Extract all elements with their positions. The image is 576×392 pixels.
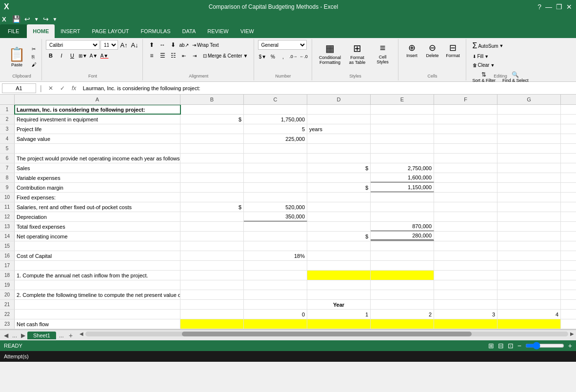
cell-e7[interactable]: 2,750,000 (371, 163, 434, 173)
cell-f9[interactable] (434, 183, 497, 192)
cell-a15[interactable] (15, 241, 180, 251)
cell-f13[interactable] (434, 222, 497, 231)
cell-a11[interactable]: Salaries, rent and other fixed out-of po… (15, 202, 180, 212)
cell-a13[interactable]: Total fixed expenses (15, 222, 180, 231)
row-number[interactable]: 9 (0, 183, 15, 192)
redo-quick-btn[interactable]: ↪ (42, 14, 50, 24)
row-number[interactable]: 2 (0, 115, 15, 124)
cell-f20[interactable] (434, 290, 497, 299)
bold-button[interactable]: B (46, 51, 56, 60)
cell-b15[interactable] (180, 241, 244, 251)
merge-center-button[interactable]: ⊡ Merge & Center ▼ (200, 51, 251, 60)
cell-b14[interactable] (180, 232, 244, 241)
insert-cells-button[interactable]: ⊕ Insert (402, 40, 422, 60)
cell-a16[interactable]: Cost of Capital (15, 251, 180, 260)
cell-b9[interactable] (180, 183, 244, 192)
cell-c12[interactable]: 350,000 (244, 212, 307, 221)
cell-c5[interactable] (244, 144, 307, 153)
cell-d4[interactable] (307, 134, 371, 143)
cell-a7[interactable]: Sales (15, 163, 180, 173)
restore-button[interactable]: ❐ (556, 3, 562, 11)
cell-b3[interactable] (180, 124, 244, 134)
scroll-right-arrow[interactable]: ▶ (570, 331, 574, 336)
orient-button[interactable]: ab↗ (179, 40, 189, 50)
cell-c17[interactable] (244, 261, 307, 270)
cell-b12[interactable] (180, 212, 244, 221)
row-number[interactable]: 6 (0, 154, 15, 163)
cell-d9[interactable]: $ (307, 183, 371, 192)
format-as-table-button[interactable]: ⊞ Format as Table (345, 40, 370, 67)
cell-d18[interactable] (307, 271, 371, 280)
close-button[interactable]: ✕ (566, 3, 572, 11)
cell-e17[interactable] (371, 261, 434, 270)
cell-b22[interactable] (180, 310, 244, 319)
cell-g13[interactable] (497, 222, 561, 231)
bottom-align-button[interactable]: ⬇ (168, 40, 178, 50)
cell-d10[interactable] (307, 193, 371, 202)
cell-c18[interactable] (244, 271, 307, 280)
cell-d13[interactable] (307, 222, 371, 231)
cell-c1[interactable] (244, 105, 307, 114)
right-align-button[interactable]: ☷ (168, 51, 178, 60)
tab-review[interactable]: REVIEW (201, 24, 234, 38)
cell-d14[interactable]: $ (307, 232, 371, 241)
row-number[interactable]: 13 (0, 222, 15, 231)
cell-e19[interactable] (371, 280, 434, 290)
help-button[interactable]: ? (537, 3, 541, 11)
cell-g6[interactable] (497, 154, 561, 163)
cell-f22[interactable]: 3 (434, 310, 497, 319)
cell-d7[interactable]: $ (307, 163, 371, 173)
cell-g4[interactable] (497, 134, 561, 143)
cell-g2[interactable] (497, 115, 561, 124)
cell-d11[interactable] (307, 202, 371, 212)
paste-button[interactable]: 📋 Paste (5, 40, 29, 74)
copy-button[interactable]: ⎘ (30, 53, 39, 60)
cell-a23[interactable]: Net cash flow (15, 319, 180, 329)
cell-f14[interactable] (434, 232, 497, 241)
cell-g17[interactable] (497, 261, 561, 270)
cell-e22[interactable]: 2 (371, 310, 434, 319)
cell-d19[interactable] (307, 280, 371, 290)
row-number[interactable]: 18 (0, 271, 15, 280)
cell-f16[interactable] (434, 251, 497, 260)
cell-a21[interactable] (15, 300, 180, 309)
font-name-select[interactable]: Calibri (46, 40, 99, 50)
cell-b8[interactable] (180, 173, 244, 182)
cell-f2[interactable] (434, 115, 497, 124)
comma-btn[interactable]: , (278, 52, 288, 61)
cell-g8[interactable] (497, 173, 561, 182)
row-number[interactable]: 20 (0, 290, 15, 299)
cell-a17[interactable] (15, 261, 180, 270)
delete-cells-button[interactable]: ⊖ Delete (423, 40, 442, 60)
cell-d6[interactable] (307, 154, 371, 163)
cell-a22[interactable] (15, 310, 180, 319)
col-header-b[interactable]: B (180, 95, 244, 104)
tab-insert[interactable]: INSERT (55, 24, 86, 38)
cell-g21[interactable] (497, 300, 561, 309)
cell-e11[interactable] (371, 202, 434, 212)
cell-c20[interactable] (244, 290, 307, 299)
cell-g12[interactable] (497, 212, 561, 221)
cell-a20[interactable]: 2. Complete the following timeline to co… (15, 290, 180, 299)
cell-c13[interactable] (244, 222, 307, 231)
cell-d20[interactable] (307, 290, 371, 299)
cell-d15[interactable] (307, 241, 371, 251)
formula-confirm-btn[interactable]: ✓ (58, 83, 67, 93)
scroll-left-arrow[interactable]: ◀ (79, 331, 83, 336)
cell-d16[interactable] (307, 251, 371, 260)
cell-c23[interactable] (244, 319, 307, 329)
zoom-slider[interactable] (525, 343, 564, 349)
cell-a4[interactable]: Salvage value (15, 134, 180, 143)
wrap-text-button[interactable]: ⇥ Wrap Text (190, 40, 221, 50)
cell-e4[interactable] (371, 134, 434, 143)
tab-view[interactable]: VIEW (235, 24, 260, 38)
cell-f1[interactable] (434, 105, 497, 114)
cell-e18[interactable] (371, 271, 434, 280)
cell-b5[interactable] (180, 144, 244, 153)
save-quick-btn[interactable]: 💾 (11, 14, 21, 24)
zoom-out-btn[interactable]: − (517, 342, 521, 350)
cell-g20[interactable] (497, 290, 561, 299)
cell-d17[interactable] (307, 261, 371, 270)
cell-e6[interactable] (371, 154, 434, 163)
middle-align-button[interactable]: ↔ (158, 40, 167, 50)
